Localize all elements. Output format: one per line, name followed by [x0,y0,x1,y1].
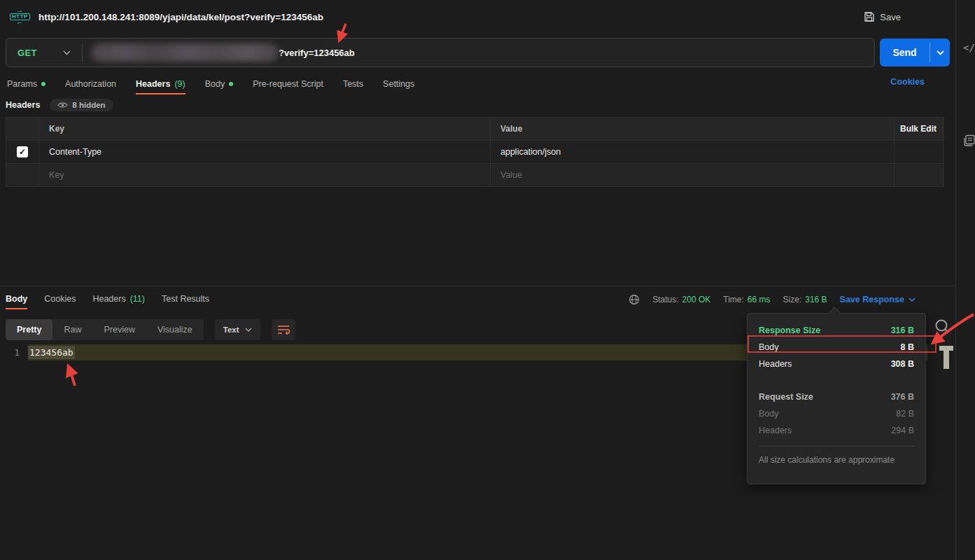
method-label: GET [17,48,37,58]
request-body-size-row: Body 82 B [759,405,914,422]
headers-section-header: Headers 8 hidden [6,99,113,111]
size-value: 316 B [805,295,827,304]
request-size-value: 376 B [891,392,914,402]
save-response-button[interactable]: Save Response [840,295,916,304]
request-title-url: http://101.200.148.241:8089/yjapi/data/k… [38,12,323,22]
time-value: 66 ms [748,295,771,304]
tab-response-cookies[interactable]: Cookies [44,294,76,304]
chevron-down-icon [909,298,916,302]
response-status-bar: Status: 200 OK Time: 66 ms Size: 316 B S… [629,294,916,305]
headers-size-value: 308 B [891,359,914,369]
code-snippet-icon[interactable]: </ [963,42,975,53]
size-breakdown-popup: Response Size 316 B Body 8 B Headers 308… [747,313,926,484]
view-pretty[interactable]: Pretty [6,319,52,340]
line-number: 1 [0,347,28,358]
send-options-button[interactable] [930,38,950,66]
response-time[interactable]: Time: 66 ms [723,295,770,304]
view-raw[interactable]: Raw [52,319,92,340]
tab-body[interactable]: Body [205,79,234,89]
status-code[interactable]: Status: 200 OK [652,295,710,304]
format-label: Text [223,326,239,334]
divider [759,446,914,447]
response-headers-count: (11) [130,294,145,304]
headers-count: (9) [174,79,185,89]
url-builder: GET ?verify=123456ab [6,38,875,67]
bulk-edit-button[interactable]: Bulk Edit [895,118,944,140]
response-size-row: Response Size 316 B [759,322,914,339]
request-title-bar: ⇀ HTTP ↽ http://101.200.148.241:8089/yja… [0,0,955,34]
tab-pre-request-script[interactable]: Pre-request Script [253,79,323,89]
key-column-header: Key [39,118,491,140]
view-preview[interactable]: Preview [92,319,146,340]
size-approximate-note: All size calculations are approximate [759,455,914,465]
request-size-label: Request Size [759,392,813,402]
annotation-arrow-response-text [69,367,75,386]
save-button[interactable]: Save [864,0,901,34]
tab-settings[interactable]: Settings [383,79,414,89]
documentation-icon[interactable] [963,134,975,149]
send-button-group: Send [880,38,950,66]
save-label: Save [880,12,901,22]
header-value-cell[interactable]: application/json [491,141,895,163]
body-size-value: 8 B [901,342,914,352]
request-body-label: Body [759,409,779,419]
http-request-icon: ⇀ HTTP ↽ [10,9,30,24]
tab-response-body[interactable]: Body [6,294,27,304]
view-visualize[interactable]: Visualize [146,319,204,340]
request-size-row: Request Size 376 B [759,388,914,405]
response-tabs: Body Cookies Headers (11) Test Results [6,294,209,304]
headers-title: Headers [6,100,40,110]
url-query-suffix: ?verify=123456ab [279,48,355,58]
header-key-cell[interactable]: Content-Type [39,141,491,163]
request-body-value: 82 B [896,409,914,419]
url-input[interactable]: ?verify=123456ab [83,43,874,62]
table-row: ✓ Content-Type application/json [6,141,944,164]
chevron-down-icon [937,50,944,55]
body-size-label: Body [759,342,779,352]
pane-divider[interactable] [0,286,955,286]
empty-cell [895,141,944,163]
tab-response-headers[interactable]: Headers (11) [92,294,145,304]
hidden-headers-toggle[interactable]: 8 hidden [50,99,113,111]
response-view-controls: Pretty Raw Preview Visualize Text [6,319,295,340]
green-dot [229,82,233,86]
format-dropdown[interactable]: Text [215,319,260,340]
hidden-headers-label: 8 hidden [72,101,105,109]
cookies-link[interactable]: Cookies [890,77,925,87]
tab-headers[interactable]: Headers (9) [136,79,185,89]
tab-test-results[interactable]: Test Results [162,294,209,304]
request-headers-label: Headers [759,426,792,435]
method-dropdown[interactable]: GET [6,48,82,58]
status-value: 200 OK [682,295,711,304]
green-dot [41,82,45,86]
text-cursor [939,346,953,369]
eye-icon [57,102,68,108]
headers-table: Key Value Bulk Edit ✓ Content-Type appli… [6,117,944,187]
search-in-response-button[interactable] [934,318,951,337]
right-sidebar: </ [955,0,975,560]
response-body-text: 123456ab [28,346,75,359]
body-size-row: Body 8 B [759,339,914,356]
wrap-text-button[interactable] [272,319,295,340]
response-size-label: Response Size [759,326,820,335]
chevron-down-icon [245,328,252,332]
tab-tests[interactable]: Tests [343,79,363,89]
table-row-empty: Key Value [6,164,944,187]
chevron-down-icon [63,50,71,55]
send-button[interactable]: Send [880,38,930,66]
tab-params[interactable]: Params [7,79,45,89]
new-key-input[interactable]: Key [39,164,491,186]
app-window: ⇀ HTTP ↽ http://101.200.148.241:8089/yja… [0,0,975,560]
search-icon [934,318,951,335]
word-wrap-icon [277,325,290,335]
request-headers-value: 294 B [891,426,914,435]
headers-size-label: Headers [759,359,792,369]
response-size[interactable]: Size: 316 B [783,295,827,304]
request-headers-size-row: Headers 294 B [759,422,914,439]
tab-authorization[interactable]: Authorization [65,79,116,89]
value-column-header: Value [491,118,895,140]
row-checkbox[interactable]: ✓ [17,146,28,158]
globe-icon [629,294,640,305]
new-value-input[interactable]: Value [491,164,895,186]
save-icon [864,11,875,22]
